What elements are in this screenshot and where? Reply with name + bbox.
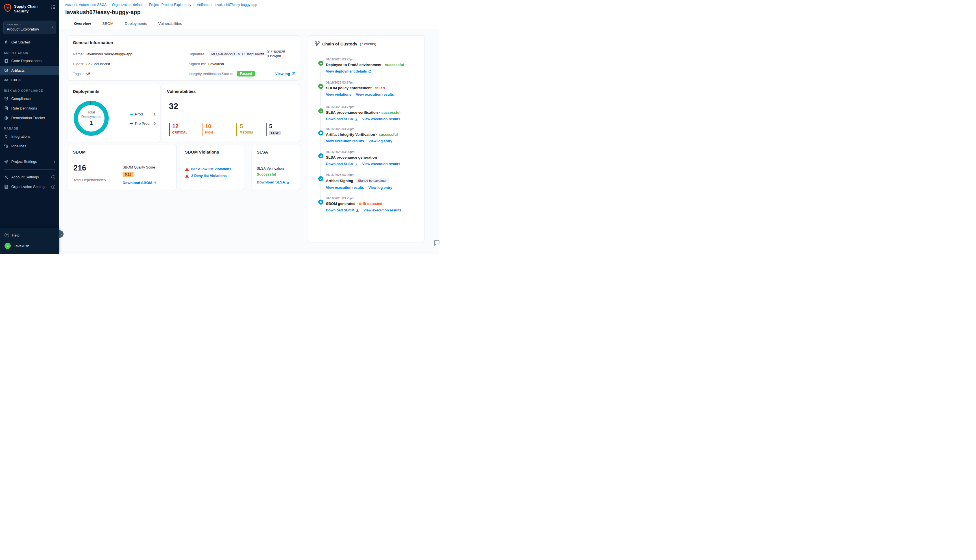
breadcrumb-project[interactable]: Project: Product Exploratory [149,3,191,7]
sidebar-item-organization-settings[interactable]: Organization Settings i [0,182,59,192]
vulnerabilities-card: Vulnerabilities 32 12 CRITICAL 10 HIGH 5… [162,84,300,142]
card-title: Vulnerabilities [167,89,196,94]
donut-center: Total Deployments 1 [74,101,109,136]
project-selector[interactable]: PROJECT Product Exploratory › [3,21,56,34]
nav-section-manage: MANAGE [0,123,59,132]
user-menu[interactable]: L Lavakush [0,240,59,254]
view-log-entry-link[interactable]: View log entry [369,186,392,190]
general-info-left-column: Name: lavakush07/easy-buggy-app Digest: … [73,51,132,81]
view-execution-results-link[interactable]: View execution results [326,139,364,143]
donut-center-label: Deployments [81,115,101,119]
sidebar-item-pipelines[interactable]: Pipelines [0,142,59,151]
gear-icon [4,160,8,164]
allow-list-violations-link[interactable]: 637 Allow list Violations [191,167,231,171]
tags-label: Tags: [73,72,87,76]
view-log-link[interactable]: View log [275,72,295,76]
signature-timestamp: 01/16/2025 03:26pm [267,50,295,58]
view-execution-results-link[interactable]: View execution results [326,186,364,190]
event-timestamp: 01/16/2025 03:25pm [326,197,421,200]
sidebar-item-cicd[interactable]: CI/CD [0,75,59,85]
sbom-violations-card: SBOM Violations 637 Allow list Violation… [180,145,244,190]
chat-help-icon[interactable] [434,239,439,247]
link-label: Download SBOM [326,208,354,212]
integrity-status-label: Integrity Verification Status: [189,72,233,76]
help-label: Help [12,233,20,237]
download-sbom-link[interactable]: Download SBOM [123,181,157,185]
sidebar-item-remediation-tracker[interactable]: Remediation Tracker [0,113,59,123]
brand-name: Supply Chain Security [14,4,38,14]
download-sbom-link[interactable]: Download SBOM [326,208,359,212]
view-deployment-details-link[interactable]: View deployment details [326,70,371,73]
sidebar-footer: ? Help L Lavakush [0,228,59,254]
chain-of-custody-header: Chain of Custody (7 events) [315,41,376,46]
view-execution-results-link[interactable]: View execution results [356,93,394,97]
sidebar-item-account-settings[interactable]: Account Settings i [0,172,59,182]
events-count: (7 events) [360,42,376,46]
critical-count: 12 [172,123,187,129]
provenance-event-icon [318,153,324,158]
repository-icon [4,59,8,63]
sidebar-item-label: Account Settings [11,175,39,179]
project-selector-label: PROJECT [7,23,48,26]
event-status: successful [379,132,398,137]
breadcrumb-current-artifact[interactable]: lavakush07/easy-buggy-app [215,3,257,7]
event-timestamp: 01/16/2025 03:26pm [326,173,421,177]
deployments-card: Deployments Total Deployments 1 Prod 1 [68,84,160,142]
view-violations-link[interactable]: View violations [326,93,351,97]
tab-vulnerabilities[interactable]: Vulnerabilities [158,19,183,29]
sidebar-item-integrations[interactable]: Integrations [0,132,59,142]
download-slsa-link[interactable]: Download SLSA [257,180,290,184]
apps-grid-icon[interactable] [51,5,55,10]
general-information-card: General Information Name: lavakush07/eas… [68,35,300,80]
sidebar-item-get-started[interactable]: Get Started [0,38,59,47]
download-slsa-link[interactable]: Download SLSA [326,162,358,166]
event-status: failed [375,86,385,90]
slsa-verification-label: SLSA Verification [257,167,284,170]
tab-overview[interactable]: Overview [73,19,92,29]
shield-check-icon [4,97,8,101]
event-title: SLSA provenance verification - [326,110,380,115]
download-icon [286,181,290,184]
legend-item-preprod: Pre Prod 0 [130,122,155,126]
sidebar-item-rule-definitions[interactable]: Rule Definitions [0,103,59,113]
sidebar-divider [4,154,55,154]
deny-list-violations-link[interactable]: 2 Deny list Violations [191,174,227,178]
card-title: SBOM [73,150,85,154]
sidebar-accent-line [0,17,59,17]
view-execution-results-link[interactable]: View execution results [362,162,400,166]
breadcrumb-account[interactable]: Account: Automation-SSCA [65,3,107,7]
deny-list-violations-row: 2 Deny list Violations [185,174,227,178]
document-rules-icon [4,106,8,111]
pipelines-icon [4,144,8,148]
view-log-entry-link[interactable]: View log entry [369,139,392,143]
view-execution-results-link[interactable]: View execution results [362,117,400,121]
warning-triangle-icon [185,174,189,178]
download-slsa-link[interactable]: Download SLSA [326,117,358,121]
breadcrumb-artifacts[interactable]: Artifacts [197,3,209,7]
sidebar-item-label: Compliance [11,97,31,101]
low-label: LOW [269,131,281,135]
tab-deployments[interactable]: Deployments [124,19,148,29]
legend-value: 1 [153,112,155,116]
tab-sbom[interactable]: SBOM [102,19,114,29]
app-logo: Supply Chain Security [0,0,59,17]
help-icon: ? [5,233,9,237]
event-timestamp: 01/16/2025 03:27pm [326,58,421,61]
critical-label: CRITICAL [172,131,187,134]
sidebar-item-artifacts[interactable]: Artifacts [0,66,59,75]
sidebar-item-label: Artifacts [11,68,25,73]
sidebar-divider [4,169,55,170]
sidebar-item-label: Get Started [11,40,30,44]
sidebar-item-project-settings[interactable]: Project Settings › [0,157,59,167]
sidebar-item-compliance[interactable]: Compliance [0,94,59,103]
chain-of-custody-icon [315,41,320,46]
view-execution-results-link[interactable]: View execution results [364,208,402,212]
integrity-passed-badge: Passed [237,71,255,77]
help-button[interactable]: ? Help [0,230,59,240]
app-root: Supply Chain Security PROJECT Product Ex… [0,0,439,254]
sidebar-item-code-repositories[interactable]: Code Repositories [0,56,59,66]
event-title: SBOM generated - [326,202,358,206]
preprod-color-swatch [130,123,133,124]
custody-event-integrity-verification: 01/16/2025 03:26pm Artifact Integrity Ve… [326,127,421,143]
breadcrumb-organization[interactable]: Organization: default [112,3,143,7]
